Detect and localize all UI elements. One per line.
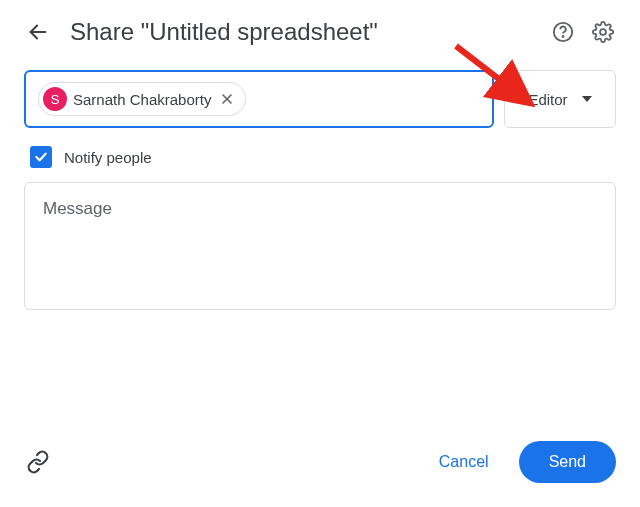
- dialog-header: Share "Untitled spreadsheet": [0, 0, 640, 56]
- role-dropdown[interactable]: Editor: [504, 70, 616, 128]
- chevron-down-icon: [582, 96, 592, 102]
- message-input[interactable]: Message: [24, 182, 616, 310]
- help-icon: [552, 21, 574, 43]
- dialog-title: Share "Untitled spreadsheet": [70, 18, 550, 46]
- copy-link-button[interactable]: [24, 448, 52, 476]
- notify-checkbox[interactable]: [30, 146, 52, 168]
- notify-label: Notify people: [64, 149, 152, 166]
- person-chip[interactable]: S Sarnath Chakraborty: [38, 82, 246, 116]
- remove-chip-button[interactable]: [217, 89, 237, 109]
- dialog-footer: Cancel Send: [0, 441, 640, 483]
- back-button[interactable]: [24, 18, 52, 46]
- help-button[interactable]: [550, 19, 576, 45]
- send-button[interactable]: Send: [519, 441, 616, 483]
- avatar: S: [43, 87, 67, 111]
- message-placeholder: Message: [43, 199, 112, 218]
- link-icon: [26, 450, 50, 474]
- chip-name: Sarnath Chakraborty: [73, 91, 211, 108]
- settings-button[interactable]: [590, 19, 616, 45]
- close-icon: [219, 91, 235, 107]
- check-icon: [33, 149, 49, 165]
- svg-point-3: [600, 29, 606, 35]
- header-actions: [550, 19, 616, 45]
- people-input[interactable]: S Sarnath Chakraborty: [24, 70, 494, 128]
- share-input-row: S Sarnath Chakraborty Editor: [0, 56, 640, 128]
- notify-row: Notify people: [0, 128, 640, 168]
- role-label: Editor: [528, 91, 567, 108]
- arrow-left-icon: [27, 21, 49, 43]
- cancel-button[interactable]: Cancel: [417, 443, 511, 481]
- svg-point-2: [562, 36, 563, 37]
- gear-icon: [592, 21, 614, 43]
